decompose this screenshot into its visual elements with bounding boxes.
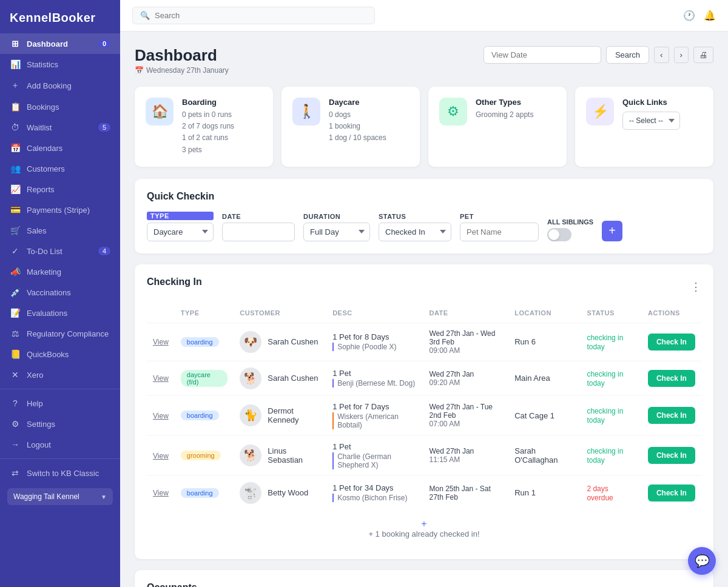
add-checkin-button[interactable]: +	[602, 221, 622, 241]
table-row: View boarding 🐩 Betty Wood 1 Pet for 34 …	[147, 475, 701, 510]
nav-item-regulatory[interactable]: ⚖ Regulatory Compliance	[0, 323, 120, 344]
nav-label-settings: Settings	[27, 420, 55, 429]
quick-checkin-form: Type Daycare Date 01/27/2021 Duration Fu…	[147, 212, 701, 241]
kennel-selector[interactable]: Wagging Tail Kennel ▼	[7, 488, 113, 505]
quick-checkin-card: Quick Checkin Type Daycare Date 01/27/20…	[135, 179, 713, 253]
more-options-button[interactable]: ⋮	[690, 281, 701, 292]
table-row: View grooming 🐕 Linus Sebastian 1 Pet Ch…	[147, 435, 701, 475]
boarding-line-1: 2 of 7 dogs runs	[182, 121, 234, 132]
check-in-button[interactable]: Check In	[648, 407, 695, 424]
nav-label-regulatory: Regulatory Compliance	[27, 329, 109, 338]
kennel-name: Wagging Tail Kennel	[13, 492, 79, 501]
nav-item-logout[interactable]: → Logout	[0, 434, 120, 455]
print-button[interactable]: 🖨	[693, 47, 713, 63]
col-empty	[147, 306, 175, 323]
nav-item-help[interactable]: ? Help	[0, 393, 120, 414]
nav-item-statistics[interactable]: 📊 Statistics	[0, 54, 120, 75]
desc-pet: Charlie (German Shepherd X)	[332, 452, 417, 469]
nav-item-vaccinations[interactable]: 💉 Vaccinations	[0, 282, 120, 303]
type-badge: daycare (f/d)	[181, 370, 228, 387]
search-input[interactable]	[155, 11, 367, 20]
check-in-button[interactable]: Check In	[648, 334, 695, 351]
location: Main Area	[508, 361, 581, 395]
nav-label-switch: Switch to KB Classic	[27, 469, 99, 478]
duration-label: Duration	[303, 213, 370, 220]
avatar: 🐕	[240, 444, 261, 466]
logout-icon: →	[10, 440, 21, 449]
occupants-card: Occupants No Occupants	[135, 570, 713, 587]
view-link[interactable]: View	[153, 374, 169, 383]
nav-item-payments[interactable]: 💳 Payments (Stripe)	[0, 200, 120, 220]
nav-item-bookings[interactable]: 📋 Bookings	[0, 96, 120, 117]
duration-select[interactable]: Full Day	[303, 223, 370, 241]
check-in-button[interactable]: Check In	[648, 485, 695, 501]
view-date-input[interactable]	[484, 46, 601, 64]
location: Cat Cage 1	[508, 395, 581, 435]
nav-item-evaluations[interactable]: 📝 Evaluations	[0, 303, 120, 323]
col-type: TYPE	[175, 306, 234, 323]
check-in-button[interactable]: Check In	[648, 370, 695, 387]
status: checking in today	[587, 370, 623, 387]
nav-item-reports[interactable]: 📈 Reports	[0, 179, 120, 200]
view-link[interactable]: View	[153, 452, 169, 460]
nav-label-evaluations: Evaluations	[27, 309, 67, 318]
nav-item-sales[interactable]: 🛒 Sales	[0, 220, 120, 241]
help-icon: ?	[10, 398, 21, 408]
date-input[interactable]: 01/27/2021	[222, 223, 295, 241]
col-actions: ACTIONS	[642, 306, 701, 323]
date-range: Wed 27th Jan	[429, 447, 502, 455]
status-select[interactable]: Checked In	[379, 223, 451, 241]
pet-name-input[interactable]	[460, 223, 539, 241]
nav-item-marketing[interactable]: 📣 Marketing	[0, 261, 120, 282]
nav-label-bookings: Bookings	[27, 102, 59, 112]
nav-item-dashboard[interactable]: ⊞ Dashboard 0	[0, 33, 120, 54]
prev-date-button[interactable]: ‹	[654, 47, 669, 63]
view-link[interactable]: View	[153, 338, 169, 346]
nav-item-quickbooks[interactable]: 📒 QuickBooks	[0, 344, 120, 364]
quick-checkin-title: Quick Checkin	[147, 191, 701, 202]
nav-item-add-booking[interactable]: ＋ Add Booking	[0, 75, 120, 96]
search-date-button[interactable]: Search	[606, 46, 649, 64]
quick-links-select[interactable]: -- Select --	[622, 112, 680, 130]
type-badge: boarding	[181, 488, 219, 498]
date-time: 11:15 AM	[429, 455, 502, 464]
nav-item-todo[interactable]: ✓ To-Do List 4	[0, 241, 120, 261]
nav-item-customers[interactable]: 👥 Customers	[0, 158, 120, 179]
notifications-icon[interactable]: 🔔	[704, 10, 716, 21]
chat-bubble[interactable]: 💬	[688, 547, 716, 575]
nav-label-add-booking: Add Booking	[27, 81, 72, 90]
check-in-button[interactable]: Check In	[648, 447, 695, 464]
type-badge: boarding	[181, 411, 219, 420]
history-icon[interactable]: 🕐	[683, 10, 695, 21]
type-select[interactable]: Daycare	[147, 223, 214, 241]
nav-label-quickbooks: QuickBooks	[27, 350, 69, 359]
col-location: LOCATION	[508, 306, 581, 323]
boarding-line-0: 0 pets in 0 runs	[182, 109, 234, 121]
search-bar[interactable]: 🔍	[132, 7, 375, 24]
avatar: 🐈	[240, 404, 261, 426]
daycare-title: Daycare	[329, 98, 386, 107]
all-siblings-toggle[interactable]	[547, 228, 571, 241]
table-footer[interactable]: + + 1 booking already checked in!	[147, 510, 701, 547]
sidebar: KennelBooker ⊞ Dashboard 0 📊 Statistics …	[0, 0, 120, 587]
view-link[interactable]: View	[153, 412, 169, 420]
customer-cell: 🐶 Sarah Cushen	[240, 331, 320, 353]
nav-label-marketing: Marketing	[27, 267, 61, 277]
nav-item-xero[interactable]: ✕ Xero	[0, 364, 120, 385]
nav-item-switch[interactable]: ⇄ Switch to KB Classic	[0, 463, 120, 483]
calendars-icon: 📅	[10, 143, 21, 153]
xero-icon: ✕	[10, 370, 21, 380]
nav-item-settings[interactable]: ⚙ Settings	[0, 414, 120, 434]
todo-icon: ✓	[10, 246, 21, 256]
desc-pet: Wiskers (American Bobtail)	[332, 412, 417, 429]
nav-label-statistics: Statistics	[27, 60, 58, 69]
settings-icon: ⚙	[10, 419, 21, 429]
status-label: Status	[379, 213, 451, 220]
view-link[interactable]: View	[153, 489, 169, 497]
next-date-button[interactable]: ›	[674, 47, 689, 63]
nav-item-waitlist[interactable]: ⏱ Waitlist 5	[0, 117, 120, 138]
date-time: 09:00 AM	[429, 346, 502, 355]
page-title: Dashboard	[135, 46, 229, 65]
desc-pet: Benji (Bernese Mt. Dog)	[332, 379, 417, 387]
nav-item-calendars[interactable]: 📅 Calendars	[0, 138, 120, 158]
